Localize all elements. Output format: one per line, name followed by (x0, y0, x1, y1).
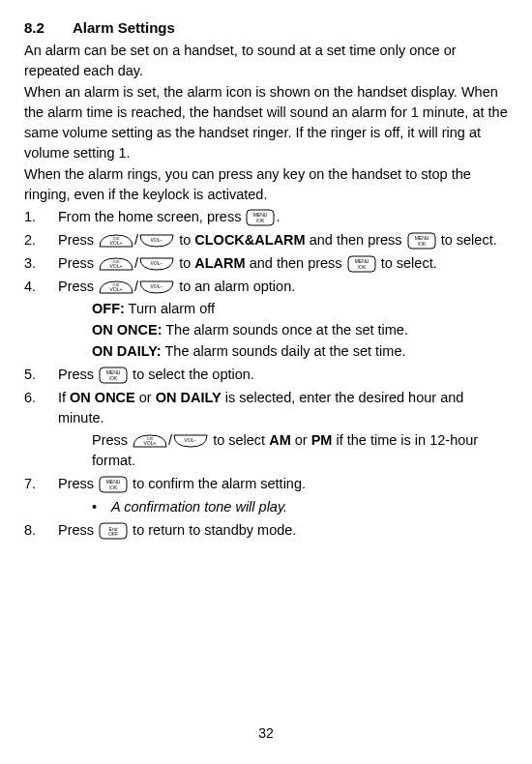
svg-text:VOL−: VOL− (151, 237, 163, 243)
step-text: Press (58, 367, 98, 382)
menu-ok-key-icon: MENU/OK (99, 476, 128, 493)
step-8: 8.Press EndOFF to return to standby mode… (24, 520, 508, 541)
step-text: and then press (306, 232, 406, 248)
step-text: to return to standby mode. (129, 522, 296, 538)
step-text: to (175, 255, 194, 271)
vol-down-key-icon: VOL− (139, 279, 174, 295)
option-off: OFF: Turn alarm off (92, 299, 508, 319)
svg-text:VOL+: VOL+ (110, 263, 123, 269)
step-text: . (276, 209, 280, 224)
confirmation-note: •A confirmation tone will play. (58, 497, 508, 517)
intro-paragraph-2: When an alarm is set, the alarm icon is … (24, 82, 508, 163)
step-text: From the home screen, press (58, 209, 245, 224)
intro-paragraph-1: An alarm can be set on a handset, to sou… (24, 41, 508, 81)
step-4: 4.Press CIDVOL+/VOL− to an alarm option.… (24, 277, 508, 362)
step-text: or (135, 390, 156, 405)
step-number: 6. (24, 388, 58, 408)
menu-ok-key-icon: MENU/OK (407, 232, 436, 250)
option-text: Turn alarm off (125, 301, 215, 316)
step-6-line2: Press CIDVOL+/VOL− to select AM or PM if… (58, 430, 508, 471)
svg-text:VOL−: VOL− (151, 260, 163, 266)
step-text: to select the option. (129, 367, 254, 382)
menu-ok-key-icon: MENU/OK (246, 209, 275, 226)
step-text: and then press (246, 255, 346, 271)
step-number: 3. (24, 253, 58, 274)
step-number: 5. (24, 365, 58, 385)
step-text: Press (58, 255, 98, 271)
svg-text:/OK: /OK (417, 241, 426, 247)
step-2: 2.Press CIDVOL+/VOL− to CLOCK&ALARM and … (24, 230, 508, 250)
option-label: ON ONCE: (92, 322, 163, 338)
svg-text:/OK: /OK (109, 375, 118, 381)
step-text: to (175, 232, 194, 248)
section-title: Alarm Settings (73, 19, 175, 36)
steps-list: 1.From the home screen, press MENU/OK. 2… (24, 207, 508, 541)
option-text: The alarm sounds once at the set time. (163, 322, 408, 338)
svg-text:/OK: /OK (357, 264, 366, 270)
step-5: 5.Press MENU/OK to select the option. (24, 365, 508, 385)
note-text: A confirmation tone will play. (111, 499, 287, 514)
svg-text:VOL+: VOL+ (110, 286, 123, 292)
step-bold: ALARM (194, 255, 245, 271)
svg-text:VOL−: VOL− (151, 283, 163, 289)
end-off-key-icon: EndOFF (99, 522, 128, 540)
step-text: to select. (377, 255, 437, 271)
step-text: / (134, 279, 138, 294)
step-text: / (168, 432, 172, 448)
step-bold: ON ONCE (70, 390, 135, 405)
step-bold: AM (269, 432, 291, 448)
step-number: 4. (24, 277, 58, 297)
step-text: / (134, 232, 138, 248)
step-7: 7.Press MENU/OK to confirm the alarm set… (24, 474, 508, 517)
page-number: 32 (0, 723, 532, 743)
step-text: If (58, 390, 70, 405)
step-number: 8. (24, 520, 58, 541)
step-text: to an alarm option. (175, 279, 295, 294)
step-text: / (134, 255, 138, 271)
option-text: The alarm sounds daily at the set time. (162, 343, 406, 359)
step-bold: CLOCK&ALARM (194, 232, 305, 248)
step-number: 7. (24, 474, 58, 494)
step-text: Press (58, 232, 98, 248)
svg-text:OFF: OFF (108, 531, 118, 537)
step-text: Press (58, 279, 98, 294)
step-1: 1.From the home screen, press MENU/OK. (24, 207, 508, 227)
step-text: to select (209, 432, 269, 448)
vol-up-key-icon: CIDVOL+ (99, 233, 133, 249)
step-text: Press (58, 476, 98, 491)
vol-up-key-icon: CIDVOL+ (99, 256, 133, 272)
step-3: 3.Press CIDVOL+/VOL− to ALARM and then p… (24, 253, 508, 274)
step-text: to confirm the alarm setting. (129, 476, 306, 491)
svg-text:VOL+: VOL+ (144, 440, 157, 446)
vol-down-key-icon: VOL− (139, 233, 174, 249)
option-label: OFF: (92, 301, 125, 316)
step-bold: ON DAILY (156, 390, 222, 405)
bullet-icon: • (92, 497, 111, 517)
vol-up-key-icon: CIDVOL+ (99, 279, 133, 295)
svg-text:/OK: /OK (109, 485, 118, 490)
vol-up-key-icon: CIDVOL+ (133, 433, 167, 449)
step-text: to select. (437, 232, 497, 248)
svg-text:/OK: /OK (256, 218, 265, 223)
menu-ok-key-icon: MENU/OK (99, 367, 128, 384)
step-text: Press (92, 432, 132, 448)
svg-text:VOL−: VOL− (185, 437, 197, 443)
section-number: 8.2 (24, 17, 73, 39)
step-number: 1. (24, 207, 58, 227)
option-label: ON DAILY: (92, 343, 162, 359)
step-text: Press (58, 522, 98, 538)
alarm-options: OFF: Turn alarm off ON ONCE: The alarm s… (58, 299, 508, 362)
step-number: 2. (24, 230, 58, 250)
menu-ok-key-icon: MENU/OK (347, 255, 376, 273)
svg-text:VOL+: VOL+ (110, 240, 123, 246)
step-text: or (291, 432, 311, 448)
section-heading: 8.2Alarm Settings (24, 17, 508, 39)
option-on-daily: ON DAILY: The alarm sounds daily at the … (92, 341, 508, 362)
vol-down-key-icon: VOL− (139, 256, 174, 272)
option-on-once: ON ONCE: The alarm sounds once at the se… (92, 320, 508, 340)
step-bold: PM (311, 432, 333, 448)
intro-paragraph-3: When the alarm rings, you can press any … (24, 164, 508, 205)
vol-down-key-icon: VOL− (173, 433, 208, 449)
step-6: 6.If ON ONCE or ON DAILY is selected, en… (24, 388, 508, 471)
